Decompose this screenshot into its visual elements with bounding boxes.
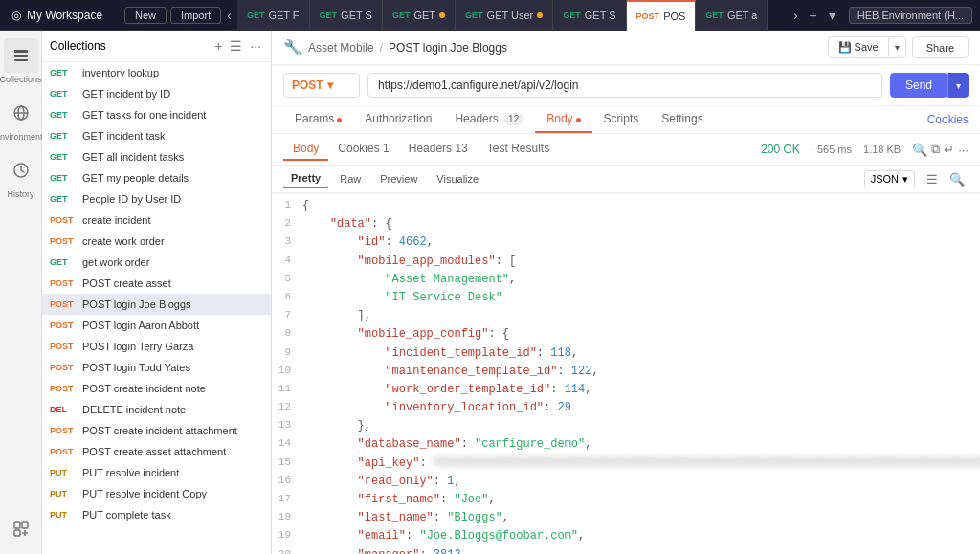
list-item[interactable]: GET inventory lookup bbox=[42, 62, 271, 83]
method-select[interactable]: POST ▾ bbox=[283, 73, 360, 98]
request-tabs: Params Authorization Headers 12 Body Scr… bbox=[272, 106, 980, 134]
url-input[interactable] bbox=[368, 73, 882, 98]
tab-post-active[interactable]: POST POS bbox=[627, 0, 697, 31]
tab-get[interactable]: GET GET bbox=[383, 0, 456, 31]
method-badge: DEL bbox=[50, 405, 77, 414]
list-item[interactable]: PUT PUT resolve incident bbox=[42, 462, 271, 483]
breadcrumb-workspace[interactable]: Asset Mobile bbox=[308, 41, 374, 55]
method-chevron: ▾ bbox=[327, 78, 333, 92]
env-badge[interactable]: HEB Environment (H... bbox=[849, 7, 972, 24]
resp-tab-test-results[interactable]: Test Results bbox=[478, 138, 559, 161]
tab-get-f[interactable]: GET GET F bbox=[237, 0, 310, 31]
list-item[interactable]: POST POST create incident note bbox=[42, 378, 271, 399]
share-button[interactable]: Share bbox=[912, 36, 969, 58]
list-item[interactable]: GET GET tasks for one incident bbox=[42, 104, 271, 125]
tab-authorization[interactable]: Authorization bbox=[353, 106, 443, 133]
code-line-17: 17 "first_name": "Joe", bbox=[272, 491, 980, 509]
list-item[interactable]: POST POST login Terry Garza bbox=[42, 336, 271, 357]
resp-action-more[interactable]: ··· bbox=[958, 142, 969, 157]
list-item[interactable]: GET GET incident task bbox=[42, 125, 271, 146]
list-item[interactable]: PUT PUT resolve incident Copy bbox=[42, 483, 271, 504]
collection-list: GET inventory lookup GET GET incident by… bbox=[42, 62, 271, 554]
collections-panel: Collections + ☰ ··· GET inventory lookup… bbox=[42, 31, 272, 554]
list-item[interactable]: GET GET all incident tasks bbox=[42, 146, 271, 167]
import-button[interactable]: Import bbox=[170, 7, 221, 24]
collections-icon-btn[interactable] bbox=[4, 38, 38, 73]
tab-settings[interactable]: Settings bbox=[650, 106, 714, 133]
item-name: PUT complete task bbox=[82, 509, 171, 521]
tab-nav-right[interactable]: › bbox=[788, 0, 804, 31]
format-chevron: ▾ bbox=[902, 173, 908, 186]
list-item-active[interactable]: POST POST login Joe Bloggs bbox=[42, 294, 271, 315]
item-name: create incident bbox=[82, 214, 151, 226]
code-line-19: 19 "email": "Joe.Bloggs@foobar.com", bbox=[272, 527, 980, 545]
list-item[interactable]: POST POST create incident attachment bbox=[42, 420, 271, 441]
tab-body[interactable]: Body bbox=[535, 106, 591, 133]
resp-action-wrap[interactable]: ↵ bbox=[944, 142, 954, 157]
list-item[interactable]: POST create work order bbox=[42, 231, 271, 252]
list-item[interactable]: POST create incident bbox=[42, 210, 271, 231]
environments-icon-btn[interactable] bbox=[4, 96, 38, 130]
item-name: get work order bbox=[82, 256, 149, 268]
fmt-preview[interactable]: Preview bbox=[372, 170, 425, 188]
save-button[interactable]: 💾 Save bbox=[829, 37, 888, 57]
list-item[interactable]: PUT PUT complete task bbox=[42, 504, 271, 525]
resp-action-search[interactable]: 🔍 bbox=[912, 142, 927, 157]
tab-more[interactable]: ▾ bbox=[823, 0, 841, 31]
new-button[interactable]: New bbox=[124, 7, 167, 24]
fmt-visualize[interactable]: Visualize bbox=[429, 170, 486, 188]
code-line-7: 7 ], bbox=[272, 307, 980, 325]
breadcrumb-icon: 🔧 bbox=[283, 38, 302, 56]
send-button[interactable]: Send bbox=[890, 73, 947, 98]
save-arrow-button[interactable]: ▾ bbox=[888, 38, 905, 56]
fmt-pretty[interactable]: Pretty bbox=[283, 169, 328, 188]
workspace-icon: ◎ bbox=[11, 9, 21, 22]
tab-get-s[interactable]: GET GET S bbox=[310, 0, 383, 31]
resp-tab-headers[interactable]: Headers 13 bbox=[399, 138, 478, 161]
list-item[interactable]: POST POST create asset attachment bbox=[42, 441, 271, 462]
item-name: POST create incident note bbox=[82, 383, 206, 394]
method-badge: POST bbox=[50, 426, 77, 435]
tab-get-user[interactable]: GET GET User bbox=[456, 0, 553, 31]
send-arrow-button[interactable]: ▾ bbox=[947, 73, 969, 98]
tab-get-s2[interactable]: GET GET S bbox=[553, 0, 626, 31]
code-line-12: 12 "inventory_location_id": 29 bbox=[272, 399, 980, 417]
list-item[interactable]: DEL DELETE incident note bbox=[42, 399, 271, 420]
tab-get-a[interactable]: GET GET a bbox=[696, 0, 768, 31]
code-area[interactable]: 1 { 2 "data": { 3 "id": 4662, 4 "mobile_… bbox=[272, 193, 980, 554]
svg-rect-1 bbox=[14, 55, 28, 57]
method-badge: POST bbox=[50, 342, 77, 351]
list-item[interactable]: GET GET incident by ID bbox=[42, 83, 271, 104]
tab-scripts[interactable]: Scripts bbox=[592, 106, 651, 133]
list-item[interactable]: GET get work order bbox=[42, 252, 271, 273]
item-name: GET all incident tasks bbox=[82, 151, 184, 163]
resp-tab-body[interactable]: Body bbox=[283, 138, 328, 161]
list-item[interactable]: POST POST create asset bbox=[42, 273, 271, 294]
svg-rect-0 bbox=[14, 50, 28, 53]
resp-tab-cookies[interactable]: Cookies 1 bbox=[328, 138, 398, 161]
tab-params[interactable]: Params bbox=[283, 106, 353, 133]
add-collection-btn[interactable]: + bbox=[212, 36, 224, 55]
tab-add[interactable]: + bbox=[804, 0, 823, 31]
list-item[interactable]: POST POST login Todd Yates bbox=[42, 357, 271, 378]
cookies-link[interactable]: Cookies bbox=[927, 113, 969, 126]
code-line-18: 18 "last_name": "Bloggs", bbox=[272, 509, 980, 527]
save-icon: 💾 bbox=[838, 41, 852, 53]
collections-title: Collections bbox=[50, 39, 106, 53]
format-select[interactable]: JSON ▾ bbox=[864, 170, 915, 188]
tab-nav-left[interactable]: ‹ bbox=[221, 0, 237, 31]
tab-headers[interactable]: Headers 12 bbox=[443, 106, 535, 133]
history-icon-btn[interactable] bbox=[4, 153, 38, 188]
resp-action-copy[interactable]: ⧉ bbox=[931, 142, 940, 157]
list-item[interactable]: GET GET my people details bbox=[42, 167, 271, 188]
list-item[interactable]: POST POST login Aaron Abbott bbox=[42, 315, 271, 336]
filter-collection-btn[interactable]: ☰ bbox=[228, 36, 244, 55]
extra-icon-btn[interactable] bbox=[4, 512, 38, 546]
fmt-wrap-icon[interactable]: ☰ bbox=[923, 170, 942, 188]
method-badge: POST bbox=[50, 384, 77, 393]
fmt-raw[interactable]: Raw bbox=[332, 170, 368, 188]
code-line-15: 15 "api_key": ••••••••••••••••••••••••••… bbox=[272, 454, 980, 473]
more-collection-btn[interactable]: ··· bbox=[248, 36, 263, 55]
list-item[interactable]: GET People ID by User ID bbox=[42, 188, 271, 210]
fmt-search-icon[interactable]: 🔍 bbox=[946, 170, 969, 188]
